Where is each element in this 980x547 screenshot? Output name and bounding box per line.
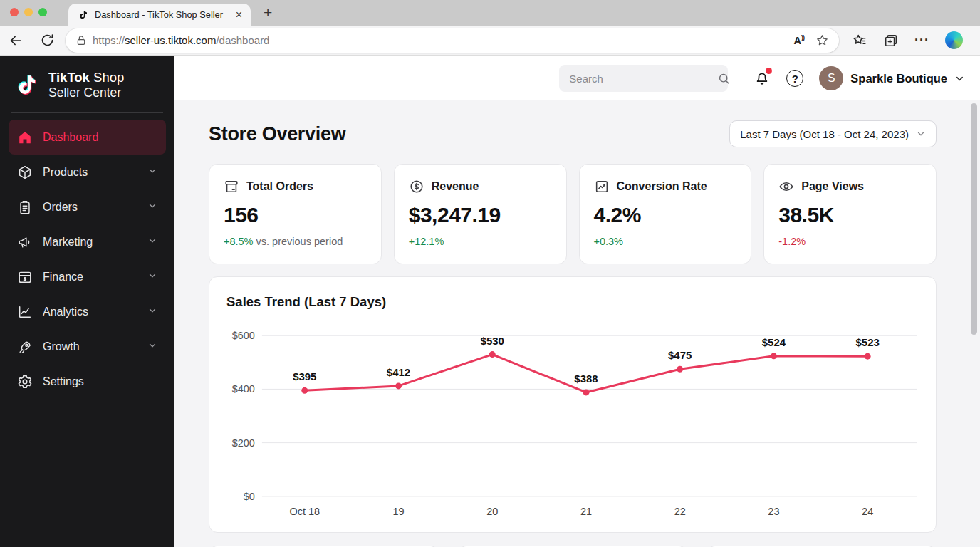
browser-tab[interactable]: Dashboard - TikTok Shop Seller ×	[68, 4, 251, 26]
sidebar-item-dashboard[interactable]: Dashboard	[9, 120, 166, 155]
avatar: S	[819, 66, 843, 90]
stat-card-conversion-rate: Conversion Rate 4.2% +0.3%	[579, 164, 752, 264]
page-title: Store Overview	[209, 123, 345, 145]
stat-value: 38.5K	[778, 203, 922, 227]
stat-card-revenue: Revenue $3,247.19 +12.1%	[394, 164, 567, 264]
help-icon[interactable]: ?	[786, 70, 803, 87]
svg-text:$388: $388	[574, 373, 598, 385]
svg-text:$412: $412	[387, 366, 410, 378]
sales-trend-chart: $0$200$400$600Oct 18192021222324$395$412…	[226, 318, 919, 525]
sidebar-item-settings[interactable]: Settings	[9, 364, 166, 399]
svg-text:$0: $0	[244, 491, 255, 502]
minimize-window-button[interactable]	[24, 8, 33, 16]
top-header: ? S Sparkle Boutique	[174, 56, 980, 100]
package-icon	[17, 165, 33, 180]
search-icon[interactable]	[717, 72, 731, 85]
tiktok-logo-icon	[16, 71, 40, 99]
lock-icon	[75, 35, 87, 46]
tiktok-favicon-icon	[78, 9, 89, 21]
main-content: Store Overview Last 7 Days (Oct 18 - Oct…	[174, 100, 980, 547]
stat-value: 4.2%	[594, 203, 737, 227]
stat-value: $3,247.19	[409, 203, 552, 227]
svg-text:$395: $395	[293, 370, 316, 382]
chevron-down-icon	[147, 236, 157, 249]
account-name: Sparkle Boutique	[850, 72, 947, 85]
address-bar[interactable]: https://seller-us.tiktok.com/dashboard A…	[66, 28, 839, 53]
scrollbar[interactable]	[971, 103, 977, 335]
svg-text:$400: $400	[232, 383, 255, 395]
chart-title: Sales Trend (Last 7 Days)	[226, 294, 919, 310]
reload-icon[interactable]	[31, 33, 63, 48]
traffic-lights	[10, 8, 47, 16]
svg-text:$523: $523	[856, 336, 880, 348]
stat-delta: -1.2%	[778, 236, 806, 247]
svg-text:Oct 18: Oct 18	[289, 506, 320, 517]
sidebar-item-orders[interactable]: Orders	[9, 189, 166, 224]
sidebar-item-finance[interactable]: Finance	[9, 259, 166, 294]
url-text: https://seller-us.tiktok.com/dashboard	[93, 34, 788, 46]
close-window-button[interactable]	[10, 8, 19, 16]
stat-value: 156	[224, 203, 367, 227]
sidebar-item-products[interactable]: Products	[9, 155, 166, 189]
svg-text:$530: $530	[481, 335, 504, 347]
favorite-star-icon[interactable]	[815, 33, 829, 47]
collections-icon[interactable]	[883, 33, 899, 48]
wallet-icon	[17, 269, 33, 285]
search-box[interactable]	[559, 65, 728, 92]
stat-label: Conversion Rate	[617, 180, 707, 193]
line-chart-icon	[17, 304, 33, 320]
tab-title: Dashboard - TikTok Shop Seller	[95, 9, 229, 20]
chevron-down-icon	[916, 129, 926, 139]
stat-delta: +12.1%	[409, 236, 444, 247]
chevron-down-icon	[954, 73, 965, 84]
stat-label: Page Views	[801, 180, 864, 193]
gear-icon	[17, 374, 33, 390]
browser-window: Dashboard - TikTok Shop Seller × + https…	[0, 0, 980, 547]
clipboard-icon	[17, 199, 33, 215]
sidebar-item-growth[interactable]: Growth	[9, 329, 166, 364]
chevron-down-icon	[147, 201, 157, 214]
settings-more-icon[interactable]: ···	[914, 33, 929, 48]
svg-text:20: 20	[486, 506, 498, 517]
notification-dot	[766, 68, 772, 74]
brand-subtitle: Seller Center	[48, 85, 124, 100]
new-tab-button[interactable]: +	[258, 3, 278, 23]
stat-label: Total Orders	[246, 180, 313, 193]
sidebar-item-analytics[interactable]: Analytics	[9, 294, 166, 329]
tab-close-icon[interactable]: ×	[234, 9, 244, 21]
chevron-down-icon	[147, 340, 157, 353]
zoom-window-button[interactable]	[38, 8, 47, 16]
favorites-bar-icon[interactable]	[852, 33, 867, 48]
read-aloud-icon[interactable]: A))	[794, 34, 804, 46]
tab-strip: Dashboard - TikTok Shop Seller × +	[0, 0, 980, 26]
account-menu[interactable]: S Sparkle Boutique	[819, 66, 965, 90]
date-range-select[interactable]: Last 7 Days (Oct 18 - Oct 24, 2023)	[729, 120, 937, 147]
svg-text:24: 24	[862, 506, 873, 517]
stats-grid: Total Orders 156 +8.5% vs. previous peri…	[209, 164, 937, 264]
sidebar-divider	[11, 112, 163, 113]
copilot-icon[interactable]	[945, 31, 963, 49]
chevron-down-icon	[147, 306, 157, 318]
notifications-bell-icon[interactable]	[754, 70, 771, 87]
line-chart: $0$200$400$600Oct 18192021222324$395$412…	[226, 318, 919, 525]
dollar-circle-icon	[409, 179, 424, 194]
megaphone-icon	[17, 234, 33, 250]
svg-text:22: 22	[674, 506, 686, 517]
eye-icon	[778, 179, 794, 194]
stat-card-total-orders: Total Orders 156 +8.5% vs. previous peri…	[209, 164, 382, 264]
conversion-chart-icon	[594, 179, 610, 194]
back-icon[interactable]	[0, 33, 31, 48]
stat-label: Revenue	[432, 180, 479, 193]
toolbar: https://seller-us.tiktok.com/dashboard A…	[0, 26, 980, 56]
chevron-down-icon	[147, 166, 157, 179]
sidebar-item-marketing[interactable]: Marketing	[9, 224, 166, 259]
search-input[interactable]	[569, 73, 711, 85]
svg-text:19: 19	[392, 506, 404, 517]
chevron-down-icon	[147, 271, 157, 283]
svg-text:23: 23	[768, 506, 779, 517]
svg-text:$600: $600	[232, 330, 255, 341]
stat-delta: +0.3%	[594, 236, 624, 247]
svg-text:$200: $200	[232, 437, 255, 449]
rocket-icon	[17, 339, 33, 355]
sidebar: TikTok Shop Seller Center Dashboard Prod…	[0, 56, 174, 547]
